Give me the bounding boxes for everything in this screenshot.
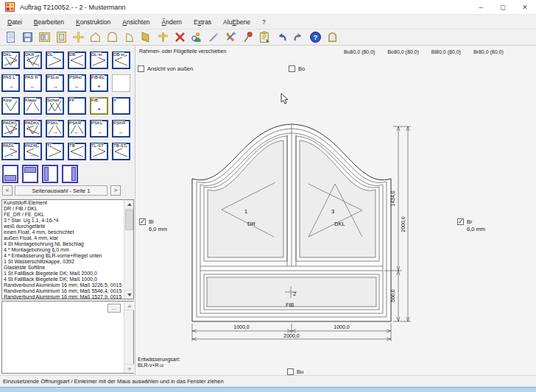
checkbox-bu[interactable] [287,368,294,375]
opening-button-glyph: → [3,84,18,90]
drop-scrollbar[interactable] [124,302,133,373]
opening-button-pskl[interactable]: PSKL→ [46,120,64,138]
maximize-button[interactable]: ◻ [492,0,514,15]
more-button[interactable]: ... [107,304,121,313]
opening-button-pskl[interactable]: PSKL→ [90,120,108,138]
menu-item-extras[interactable]: Extras [188,16,217,28]
wand-icon[interactable] [206,30,222,45]
opening-button-dkr[interactable]: DKR [24,51,42,69]
opening-button-pas-l[interactable]: PAS L→ [1,74,20,92]
opening-button-psrst[interactable]: PSRst← [68,74,86,92]
opening-button-pslst[interactable]: PSLst→ [46,74,64,92]
person-search-icon[interactable] [189,30,205,45]
menu-item-aluebene[interactable]: AluEbene [217,16,256,28]
opening-drop-listbox[interactable]: ... [1,301,134,374]
scroll-up-icon[interactable] [124,200,134,209]
spec-listbox[interactable]: Kunststoff-ElementDR / FiB / DKLFE_DR / … [1,199,134,299]
prev-page-button[interactable]: < [2,185,13,196]
opening-button-tb-st[interactable]: TB-ST [112,143,130,160]
opening-button-glyph: → [3,129,18,135]
field-3-number: 3 [331,208,334,215]
opening-button-pas-r[interactable]: PAS R← [24,74,42,92]
opening-button-tb[interactable]: TB [68,143,86,160]
arch-window-icon[interactable] [325,30,340,45]
menu-bar: DateiBearbeitenKonstruktionAnsichtenÄnde… [0,15,536,29]
field-3-type: DKL [334,221,345,227]
dim-width-left: 1000,0 [233,324,250,329]
label-bo: Bo [298,65,305,72]
opening-button-glyph: ← [69,129,85,135]
delete-icon[interactable] [172,30,188,45]
new-document-icon[interactable] [3,30,18,45]
menu-item-konstruktion[interactable]: Konstruktion [70,16,116,28]
opening-button-label: PADL [3,143,14,149]
window-drawing[interactable]: 1 DR 3 DKL 2 FiB 1434,0 566,0 2000,0 100… [135,46,536,375]
shape-arch-icon[interactable] [105,30,120,45]
pin-icon[interactable] [240,30,255,45]
clipboard-icon[interactable] [257,30,272,45]
close-button[interactable]: ✕ [514,0,536,15]
menu-item-?[interactable]: ? [256,16,272,28]
opening-button-pskr[interactable]: PSKR← [112,120,130,138]
opening-button-ff[interactable]: FF [68,97,86,115]
insert-row [0,165,135,183]
scroll-down-icon[interactable] [124,290,134,299]
measure-icon[interactable] [155,30,171,45]
left-bar [44,167,49,181]
scroll-down-icon[interactable] [124,364,134,373]
opening-button-dl[interactable]: DL [46,51,64,69]
window-frame-icon[interactable] [54,30,69,45]
opening-button-padl[interactable]: PADL→ [1,143,20,160]
profile-measure-2: Bl80,0 (80,0) [431,49,461,54]
spec-scrollbar[interactable] [124,200,133,299]
scroll-thumb[interactable] [125,210,133,230]
top-bar [24,167,36,173]
opening-button-fib[interactable]: FiB+ [90,97,108,115]
insert-top-button[interactable] [22,165,38,183]
tools-icon[interactable] [223,30,239,45]
opening-button-tl[interactable]: TL [46,143,64,160]
opening-button-db-st[interactable]: DB-st [112,51,130,69]
save-icon[interactable] [20,30,35,45]
insert-bottom-button[interactable] [2,165,18,183]
grid-cross-icon[interactable] [71,30,86,45]
spec-line-4: weiß durchgefärbt [2,224,124,229]
opening-button-db[interactable]: DB [68,51,86,69]
shape-slant-icon[interactable] [88,30,103,45]
next-page-button[interactable]: > [110,185,121,196]
undo-icon[interactable] [274,30,289,45]
window-split-icon[interactable] [37,30,52,45]
checkbox-bl[interactable] [139,218,146,225]
hatch-icon[interactable] [138,30,154,45]
page-select-label[interactable]: Seitenauswahl - Seite 1 [15,185,107,196]
opening-button-klapp[interactable]: Klapp [24,97,42,115]
insert-right-button[interactable] [62,165,78,183]
opening-button-kipp[interactable]: Kipp [1,97,20,115]
checkbox-ansicht-von-aussen[interactable] [138,65,144,72]
menu-item-datei[interactable]: Datei [1,16,28,28]
checkbox-bo[interactable] [289,65,295,72]
opening-button-pskr[interactable]: PSKR← [68,120,86,138]
opening-button-schwi[interactable]: Schwi [46,97,64,115]
checkbox-br[interactable] [457,218,464,225]
menu-item-bearbeiten[interactable]: Bearbeiten [28,16,70,28]
status-text: Einzusetzende Öffnungsart / Einleimer mi… [3,378,224,385]
shape-curve-icon[interactable] [121,30,137,45]
insert-left-button[interactable] [42,165,58,183]
help-icon[interactable]: ? [308,30,323,45]
opening-button-padr[interactable]: PADR← [24,143,42,160]
opening-button-padkl[interactable]: PADKl→ [1,120,20,138]
redo-icon[interactable] [291,30,306,45]
opening-button-label: PSLst [47,75,59,80]
opening-button-x[interactable]: X [112,97,130,115]
opening-button-dl-st[interactable]: DL-st [90,51,108,69]
opening-button-fib-el[interactable]: FiB-EL+ [90,74,108,92]
menu-item-ansichten[interactable]: Ansichten [116,16,155,28]
spec-line-3: 3 * Star. Ug 1.1, 4-16-*4 [2,218,124,224]
menu-item-ndern[interactable]: Ändern [156,16,188,28]
minimize-button[interactable]: – [470,0,492,15]
scroll-up-icon[interactable] [124,302,134,310]
opening-button-dkl[interactable]: DKL [1,51,20,69]
opening-button-tl-st[interactable]: TL-ST [90,143,108,160]
opening-button-padkr[interactable]: PADKr← [24,120,42,138]
